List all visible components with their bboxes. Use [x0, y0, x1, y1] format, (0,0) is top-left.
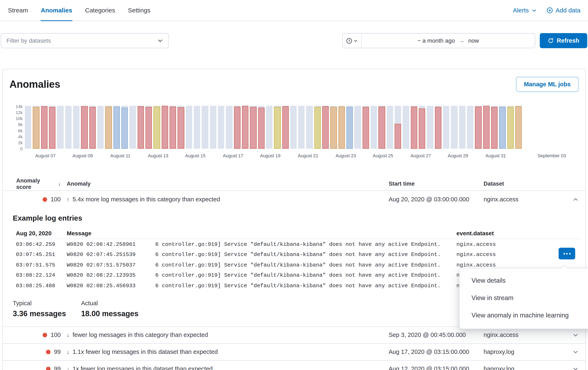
chevron-down-icon [157, 38, 163, 44]
chart-bar [330, 105, 337, 149]
chart-bar [137, 105, 144, 149]
anomaly-score: 100 [51, 331, 61, 338]
chart-bar [65, 105, 72, 149]
chart-anomaly-overlay-critical [419, 108, 425, 149]
chart-bar-base [387, 106, 393, 149]
log-timestamp: 03:07:51.575 [13, 262, 67, 268]
chart-anomaly-overlay-critical [81, 106, 88, 149]
chart-bar-base [467, 106, 474, 149]
chart-anomaly-overlay-minor [274, 107, 281, 149]
top-tab-bar: Stream Anomalies Categories Settings Ale… [0, 0, 588, 21]
column-header-anomaly-score[interactable]: Anomaly score ↓ [3, 177, 61, 190]
ellipsis-icon [566, 253, 567, 254]
date-range-end[interactable]: now [468, 37, 479, 44]
manage-ml-jobs-button[interactable]: Manage ML jobs [516, 77, 578, 92]
anomaly-row: 100 ↓ fewer log messages in this categor… [3, 327, 586, 343]
chart-bar-base [403, 106, 410, 149]
chart-x-tick-label: August 11 [110, 153, 131, 158]
anomaly-message: 5.4x more log messages in this category … [73, 196, 220, 203]
chart-bar [202, 105, 209, 149]
date-controls: ~ a month ago → now Refresh [342, 33, 587, 48]
chart-x-axis: August 07August 09August 11August 13Augu… [25, 152, 580, 162]
tab-settings[interactable]: Settings [128, 0, 150, 21]
ellipsis-icon [563, 253, 565, 254]
chart-plot[interactable] [25, 105, 522, 149]
tab-anomalies[interactable]: Anomalies [41, 0, 72, 21]
chart-bar [41, 105, 48, 149]
nav-tabs: Stream Anomalies Categories Settings [8, 0, 150, 21]
menu-item-view-anomaly-in-machine-learning[interactable]: View anomaly in machine learning [460, 307, 588, 324]
panel-title: Anomalies [9, 79, 60, 90]
chart-bar [194, 105, 200, 149]
refresh-label: Refresh [557, 37, 579, 44]
chart-anomaly-overlay-critical [178, 107, 184, 149]
chart-bar [314, 105, 321, 149]
header-actions: Alerts Add data [513, 0, 580, 21]
log-table-header: Aug 20, 2020 Message event.dataset [13, 228, 581, 239]
toolbar: Filter by datasets ~ a month ago → now R… [0, 33, 588, 48]
log-message: W0820 02:08:22.123935 6 controller.go:91… [67, 272, 456, 278]
chart-bar-base [298, 106, 305, 149]
chart-bar [226, 105, 232, 149]
expand-row-button[interactable] [571, 364, 580, 370]
chart-bar [258, 105, 265, 149]
chart-anomaly-overlay-critical [378, 107, 385, 149]
chart-anomaly-overlay-critical [322, 106, 329, 149]
alerts-dropdown[interactable]: Alerts [513, 7, 537, 14]
chart-bar [378, 105, 385, 149]
quick-select-button[interactable] [343, 33, 362, 48]
chart-bar [290, 105, 297, 149]
chart-anomaly-overlay-minor [154, 107, 160, 149]
chart-bar [451, 105, 458, 149]
add-data-button[interactable]: Add data [546, 7, 580, 14]
chart-bar-base [266, 106, 273, 149]
anomaly-message: fewer log messages in this category than… [73, 331, 208, 338]
chart-anomaly-overlay-critical [146, 107, 152, 149]
chart-y-tick-label: 12k [16, 110, 22, 115]
arrow-right-icon: → [459, 37, 464, 44]
chart-y-tick-label: 0 [20, 146, 22, 151]
chart-bar [146, 105, 152, 149]
chart-anomaly-overlay-critical [242, 106, 249, 149]
chart-bar [322, 105, 329, 149]
chart-anomaly-overlay-warning [113, 107, 120, 149]
typical-value: 3.36 messages [13, 309, 81, 318]
expand-row-button[interactable] [571, 347, 580, 356]
tab-categories[interactable]: Categories [85, 0, 115, 21]
chart-bar [81, 105, 88, 149]
chart-x-tick-label: August 29 [448, 153, 468, 158]
log-column-date: Aug 20, 2020 [13, 230, 67, 237]
date-range-start[interactable]: ~ a month ago [417, 37, 455, 44]
row-actions-button[interactable] [559, 248, 575, 259]
chart-bar [218, 105, 224, 149]
menu-item-view-details[interactable]: View details [460, 272, 588, 290]
chart-anomaly-overlay-major [330, 107, 337, 149]
column-header-anomaly: Anomaly [61, 180, 389, 187]
chart-anomaly-overlay-critical [41, 106, 48, 149]
anomaly-score-header-label: Anomaly score [16, 177, 56, 190]
table-header-row: Anomaly score ↓ Anomaly Start time Datas… [3, 177, 586, 191]
column-header-start-time[interactable]: Start time [389, 180, 483, 187]
tab-stream[interactable]: Stream [8, 0, 28, 21]
clock-icon [346, 38, 352, 44]
chart-x-tick-label: August 31 [485, 153, 506, 158]
chart-bar [97, 105, 104, 149]
chart-x-tick-label: August 15 [185, 153, 206, 158]
dataset: nginx.access [483, 331, 566, 338]
chart-y-tick-label: 8k [18, 122, 22, 127]
chart-anomaly-overlay-critical [395, 124, 401, 149]
expand-row-button[interactable] [571, 330, 580, 339]
chart-anomaly-overlay-critical [89, 107, 96, 149]
refresh-button[interactable]: Refresh [540, 33, 587, 48]
menu-item-view-in-stream[interactable]: View in stream [460, 290, 588, 307]
dataset-filter-combobox[interactable]: Filter by datasets [1, 33, 169, 48]
collapse-row-button[interactable] [571, 195, 580, 204]
arrow-down-icon: ↓ [67, 349, 70, 355]
chart-bar [234, 105, 241, 149]
log-message: W0820 02:06:42.258961 6 controller.go:91… [67, 241, 456, 247]
date-range-display[interactable]: ~ a month ago → now [362, 33, 535, 48]
dataset-filter-placeholder: Filter by datasets [6, 37, 51, 44]
chart-bar-base [306, 106, 313, 149]
dataset: nginx.access [483, 196, 566, 203]
chart-anomaly-overlay-critical [475, 107, 482, 149]
